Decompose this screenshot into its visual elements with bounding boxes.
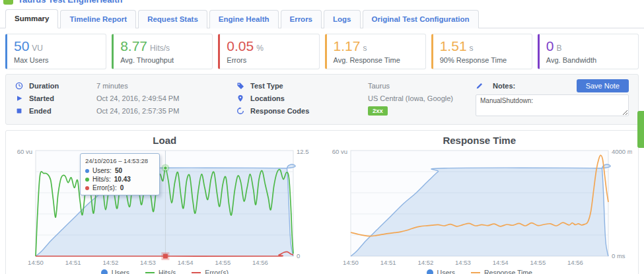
load-plot[interactable]: 14:5014:5114:5214:5314:5414:5514:5660 vu… — [12, 147, 317, 268]
tooltip-series-value: 50 — [115, 167, 122, 174]
play-icon — [15, 94, 23, 102]
axis-marker — [163, 254, 168, 259]
kpi-value-line: 1.17s — [334, 38, 419, 55]
legend-dot-marker — [101, 269, 108, 274]
svg-text:12.5: 12.5 — [297, 148, 309, 155]
kpi-card-avg-response-time: 1.17sAvg. Response Time — [325, 34, 426, 69]
kpi-label: Errors — [227, 56, 312, 64]
tooltip-row-error-s: Error(s):0 — [85, 184, 155, 192]
kpi-unit: VU — [32, 44, 43, 53]
tab-errors[interactable]: Errors — [281, 10, 322, 28]
charts-panel: Load14:5014:5114:5214:5314:5414:5514:566… — [5, 130, 639, 274]
svg-text:4000 ms: 4000 ms — [612, 148, 632, 155]
load-legend: UsersHits/sError(s) — [7, 268, 322, 274]
tooltip-series-label: Error(s): — [92, 184, 117, 191]
legend-item-users[interactable]: Users — [427, 269, 455, 274]
tab-timeline-report[interactable]: Timeline Report — [60, 10, 136, 28]
response-time-legend: UsersResponse Time — [322, 268, 637, 274]
legend-label: Response Time — [484, 269, 532, 274]
clock-icon — [15, 82, 23, 90]
history-icon — [236, 107, 244, 115]
load-title: Load — [7, 133, 322, 147]
info-label: Response Codes — [250, 107, 368, 115]
notes-section: Notes: Save Note ManualShutdown: — [476, 79, 629, 119]
svg-text:14:52: 14:52 — [103, 259, 119, 266]
tab-summary[interactable]: Summary — [5, 9, 58, 28]
kpi-value-line: 0B — [546, 38, 631, 55]
legend-item-response-time[interactable]: Response Time — [471, 269, 532, 274]
info-row-test-type: Test TypeTaurus — [236, 79, 476, 92]
response-time-plot[interactable]: 14:5014:5114:5214:5314:5414:5514:5660 vu… — [327, 147, 632, 268]
info-label: Started — [29, 94, 96, 102]
svg-text:14:50: 14:50 — [343, 259, 359, 266]
stop-icon — [15, 107, 23, 115]
svg-text:0: 0 — [297, 252, 300, 259]
kpi-value-line: 50VU — [14, 38, 99, 55]
tooltip-series-value: 0 — [120, 184, 124, 191]
tab-request-stats[interactable]: Request Stats — [138, 10, 207, 28]
kpi-card-max-users: 50VUMax Users — [5, 34, 106, 69]
kpi-value: 0 — [546, 38, 554, 53]
test-title[interactable]: Taurus Test EngineHealth — [18, 0, 122, 5]
legend-item-users[interactable]: Users — [101, 269, 129, 274]
test-status-icon — [3, 0, 13, 5]
response-time-title: Response Time — [322, 133, 637, 147]
svg-text:14:51: 14:51 — [65, 259, 81, 266]
kpi-label: Avg. Throughput — [120, 56, 205, 64]
info-value: Oct 24, 2016, 2:57:35 PM — [96, 107, 179, 115]
clock-icon-slot — [15, 82, 25, 90]
svg-text:14:54: 14:54 — [178, 259, 194, 266]
tooltip-row-users: Users:50 — [85, 166, 155, 175]
history-icon-slot — [236, 107, 246, 115]
info-value: Taurus — [368, 82, 390, 90]
tooltip-timestamp: 24/10/2016 – 14:53:28 — [85, 157, 155, 164]
kpi-label: 90% Response Time — [440, 56, 525, 64]
kpi-unit: s — [363, 44, 367, 53]
notes-label-group: Notes: — [476, 82, 515, 90]
kpi-value: 1.17 — [334, 38, 361, 53]
kpi-value: 1.51 — [440, 38, 467, 53]
legend-item-hits-s[interactable]: Hits/s — [145, 269, 176, 274]
svg-text:14:55: 14:55 — [530, 259, 546, 266]
tab-logs[interactable]: Logs — [324, 10, 360, 28]
svg-text:14:50: 14:50 — [28, 259, 44, 266]
info-row-locations: LocationsUS Central (Iowa, Google) — [236, 92, 476, 104]
svg-text:60 vu: 60 vu — [17, 148, 32, 155]
save-note-button[interactable]: Save Note — [577, 79, 629, 92]
svg-text:14:53: 14:53 — [140, 259, 156, 266]
kpi-value: 0.05 — [227, 38, 254, 53]
info-row-response-codes: Response Codes2xx — [236, 104, 476, 117]
feedback-tab[interactable] — [637, 111, 644, 148]
response-codes-badge[interactable]: 2xx — [368, 106, 388, 116]
kpi-value-line: 8.77Hits/s — [120, 38, 205, 55]
tooltip-series-label: Hits/s: — [92, 176, 111, 183]
legend-line-marker — [471, 272, 480, 273]
info-label: Duration — [29, 82, 96, 90]
tab-original-test-configuration[interactable]: Original Test Configuration — [363, 10, 479, 28]
tooltip-series-dot — [85, 178, 89, 182]
info-label: Test Type — [250, 82, 368, 90]
svg-text:14:54: 14:54 — [492, 259, 508, 266]
svg-text:14:55: 14:55 — [215, 259, 231, 266]
kpi-unit: Hits/s — [150, 44, 170, 53]
report-tab-bar: SummaryTimeline ReportRequest StatsEngin… — [0, 6, 644, 28]
play-icon-slot — [15, 94, 25, 102]
test-config-info: Test TypeTaurusLocationsUS Central (Iowa… — [236, 79, 476, 119]
notes-label: Notes: — [493, 82, 515, 90]
svg-text:60 vu: 60 vu — [332, 148, 347, 155]
legend-item-error-s[interactable]: Error(s) — [192, 269, 229, 274]
kpi-label: Avg. Bandwidth — [546, 56, 631, 64]
kpi-card-errors: 0.05%Errors — [218, 34, 319, 69]
tab-engine-health[interactable]: Engine Health — [209, 10, 279, 28]
page-header: Taurus Test EngineHealth — [0, 0, 644, 6]
kpi-unit: B — [557, 44, 562, 53]
info-value: Oct 24, 2016, 2:49:54 PM — [96, 94, 179, 102]
test-info-panel: Duration7 minutesStartedOct 24, 2016, 2:… — [5, 74, 639, 125]
tooltip-series-label: Users: — [92, 167, 112, 174]
svg-text:14:53: 14:53 — [455, 259, 471, 266]
kpi-value: 8.77 — [120, 38, 147, 53]
tag-icon — [236, 82, 244, 90]
info-row-started: StartedOct 24, 2016, 2:49:54 PM — [15, 92, 236, 104]
notes-textarea[interactable]: ManualShutdown: — [476, 94, 629, 116]
kpi-unit: % — [256, 44, 264, 53]
